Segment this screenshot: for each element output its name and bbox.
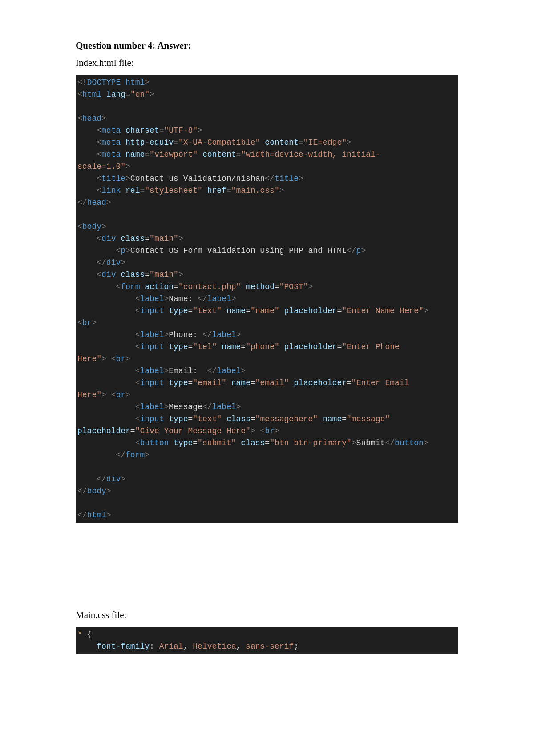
question-heading: Question number 4: Answer: xyxy=(76,40,458,51)
index-file-label: Index.html file: xyxy=(76,57,458,69)
main-css-label: Main.css file: xyxy=(76,610,458,621)
code-block-index-html: <!DOCTYPE html> <html lang="en"> <head> … xyxy=(76,75,458,523)
code-block-main-css: * { font-family: Arial, Helvetica, sans-… xyxy=(76,627,458,654)
